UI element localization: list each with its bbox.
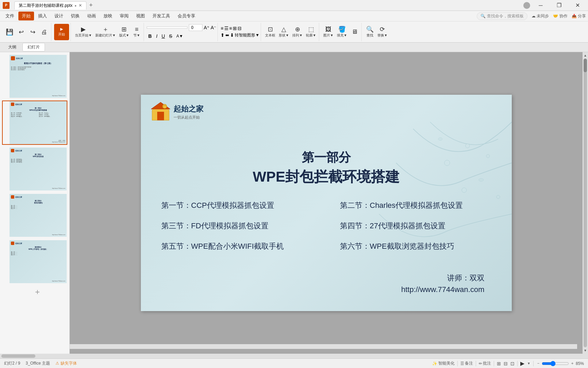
view-normal-button[interactable]: ⊞ [497, 361, 501, 366]
horizontal-scroll-thumb[interactable] [1, 354, 35, 358]
view-outline-button[interactable]: ⊟ [504, 361, 508, 366]
right-scrollbar[interactable]: ▲ ▼ [583, 52, 588, 354]
redo-button[interactable]: ↪ [27, 24, 38, 40]
image-label: 图片▼ [323, 33, 333, 38]
play-slideshow-button[interactable]: ▶ [520, 360, 524, 367]
menu-insert[interactable]: 插入 [35, 12, 50, 20]
slide-canvas[interactable]: 起始之家 一切从起点开始 第一部分 WPE封包拦截环境搭建 第一节：CCP代理模… [141, 95, 512, 311]
restore-button[interactable]: ❐ [551, 0, 567, 11]
italic-button[interactable]: I [155, 33, 159, 40]
align-left-button[interactable]: ≡ [220, 26, 223, 31]
slide-thumb-1[interactable]: 1 起始之家 看透分手游封包教程（第七期） 第一部分：WPE封包拦截环境搭建第二… [2, 54, 67, 98]
screencast-button[interactable]: 🖥 [349, 24, 360, 40]
layout-button[interactable]: ⊞ 版式▼ [118, 24, 131, 40]
slide-thumb-5[interactable]: 5 起始之家 第四部分WPE上手游包（发包版） 第一节：...第二节：...第三… [2, 240, 67, 284]
collaborate-button[interactable]: 🤝 协作 [553, 13, 567, 19]
title-left: P 第二期手游封包辅助课程.pptx ● ✕ + [3, 1, 93, 10]
add-tab-button[interactable]: + [89, 2, 93, 9]
print-button[interactable]: 🖨 [39, 24, 50, 40]
scroll-up-button[interactable]: ▲ [584, 53, 587, 57]
add-slide-button[interactable]: + [2, 286, 67, 298]
zoom-in-button[interactable]: ＋ [570, 361, 574, 366]
menu-file[interactable]: 文件 [2, 12, 18, 20]
textbox-button[interactable]: ⊡ 文本框 [264, 24, 277, 40]
slide-thumb-4[interactable]: 4 起始之家 第三部分查找关键包 第一节：...第二节：...第三节：... h… [2, 193, 67, 237]
fill-button[interactable]: 🪣 填充▼ [336, 24, 348, 40]
user-avatar[interactable] [523, 2, 530, 9]
align-bottom-button[interactable]: ⬇ [230, 32, 234, 38]
align-text-button[interactable]: ⊟ [238, 26, 242, 31]
menu-animation[interactable]: 动画 [84, 12, 99, 20]
minimize-button[interactable]: ─ [533, 0, 549, 11]
menu-review[interactable]: 审阅 [116, 12, 132, 20]
smart-beautify-button[interactable]: ✨ 智能美化 [432, 361, 455, 366]
font-size-decrease-button[interactable]: A⁻ [211, 25, 216, 30]
thumb-4-title: 第三部分查找关键包 [11, 200, 65, 204]
menu-vip[interactable]: 会员专享 [174, 12, 199, 20]
sync-button[interactable]: ☁ 未同步 [532, 13, 549, 19]
thumb-4-content: 第一节：...第二节：...第三节：... [11, 205, 65, 209]
section-button[interactable]: ≡ 节▼ [131, 24, 142, 40]
scroll-thumb[interactable] [584, 59, 587, 72]
font-warning[interactable]: ⚠ 缺失字体 [55, 361, 77, 366]
font-size-increase-button[interactable]: A⁺ [204, 25, 209, 30]
new-slide-button[interactable]: ＋ 新建幻灯片▼ [94, 24, 117, 40]
share-button[interactable]: 📤 分享 [572, 13, 586, 19]
notes-button[interactable]: ☰ 备注 [460, 361, 473, 366]
horizontal-scrollbar[interactable] [70, 344, 577, 349]
menu-transition[interactable]: 切换 [67, 12, 83, 20]
shapes-button[interactable]: △ 形状▼ [277, 24, 290, 40]
start-slideshow-button[interactable]: ▶ 开始 [54, 24, 69, 40]
svg-point-5 [438, 138, 442, 140]
align-center-button[interactable]: ☰ [224, 26, 229, 31]
close-button[interactable]: ✕ [570, 0, 585, 11]
arrange-button[interactable]: ⊕ 排列▼ [291, 24, 304, 40]
border-button[interactable]: ⬚ 轮廓▼ [305, 24, 317, 40]
underline-button[interactable]: U [160, 33, 166, 40]
image-button[interactable]: 🖼 图片▼ [322, 24, 335, 40]
font-color-button[interactable]: A▼ [175, 33, 184, 39]
status-left: 幻灯2 / 9 3_Office 主题 ⚠ 缺失字体 [4, 361, 77, 366]
slide-thumb-2[interactable]: 2 起始之家 第一部分WPE封包拦截环境搭建 第一节：CCP代理...第二节：C… [2, 101, 67, 145]
thumb-5-title: 第四部分WPE上手游包（发包版） [11, 246, 65, 250]
find-button[interactable]: 🔍 查找 [364, 24, 375, 40]
url-text: http://www.7744wan.com [401, 285, 485, 294]
thumb-3-content: 第一节：WPE抓包...第二节：WPE过滤...第三节：WPE发包... [11, 159, 65, 163]
bold-button[interactable]: B [147, 32, 153, 40]
tab-close-icon[interactable]: ✕ [79, 3, 82, 8]
menu-view[interactable]: 视图 [133, 12, 148, 20]
scroll-track[interactable] [584, 59, 587, 347]
align-middle-button[interactable]: ⬌ [225, 32, 229, 38]
tab-outline[interactable]: 大纲 [3, 43, 21, 51]
menu-developer[interactable]: 开发工具 [149, 12, 174, 20]
menu-home[interactable]: 开始 [18, 12, 34, 20]
horizontal-scroll-track[interactable] [0, 354, 588, 358]
annotation-icon: ✏ [479, 361, 482, 366]
view-reading-button[interactable]: ⊡ [510, 361, 514, 366]
svg-marker-9 [151, 102, 170, 109]
strikethrough-button[interactable]: S [168, 33, 174, 40]
search-command[interactable]: 🔍 查找命令，搜索模板 [477, 12, 527, 20]
slide-thumb-3[interactable]: 3 起始之家 第二部分WPE抓包实战 第一节：WPE抓包...第二节：WPE过滤… [2, 147, 67, 191]
zoom-slider[interactable] [542, 361, 569, 366]
zoom-out-button[interactable]: － [536, 361, 540, 366]
play-current-button[interactable]: ▶ 当页开始▼ [74, 24, 93, 40]
tab-slides[interactable]: 幻灯片 [22, 43, 45, 51]
shapes-label: 形状▼ [279, 33, 289, 38]
play-dropdown[interactable]: ▼ [527, 362, 530, 365]
distribute-button[interactable]: ⊞ [233, 26, 237, 31]
undo-button[interactable]: ↩ [16, 24, 27, 40]
sync-icon: ☁ [532, 14, 536, 18]
font-size-input[interactable]: 0 [189, 24, 202, 31]
scroll-down-button[interactable]: ▼ [584, 349, 587, 352]
annotation-button[interactable]: ✏ 批注 [479, 361, 491, 366]
menu-slideshow[interactable]: 放映 [100, 12, 116, 20]
active-tab[interactable]: 第二期手游封包辅助课程.pptx ● ✕ [14, 1, 86, 10]
smart-align-button[interactable]: 转智能图形▼ [235, 32, 259, 38]
menu-design[interactable]: 设计 [51, 12, 67, 20]
save-button[interactable]: 💾 [4, 24, 15, 40]
font-family-input[interactable] [147, 27, 187, 29]
align-right-button[interactable]: ≡ [229, 26, 232, 31]
replace-button[interactable]: ⟳ 替换▼ [376, 24, 389, 40]
align-top-button[interactable]: ⬆ [220, 32, 225, 38]
